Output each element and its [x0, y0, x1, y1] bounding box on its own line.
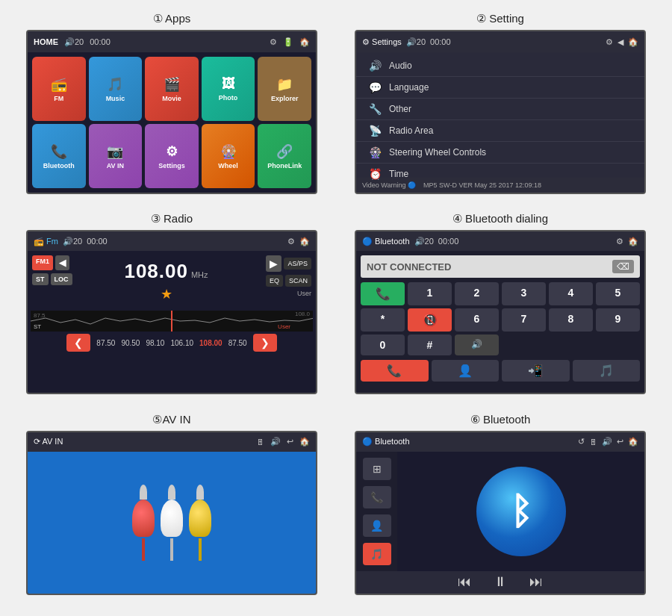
app-music[interactable]: 🎵 Music	[89, 57, 143, 121]
radio-btn-row1: FM1 ◀	[32, 255, 73, 270]
bt-key-2[interactable]: 2	[455, 282, 499, 305]
radio-fm1-btn[interactable]: FM1	[32, 255, 53, 270]
bt-tab-call[interactable]: 📞	[361, 360, 429, 382]
app-fm-label: FM	[54, 95, 63, 102]
app-settings[interactable]: ⚙ Settings	[145, 124, 199, 188]
settings-radio-item[interactable]: 📡 Radio Area	[356, 120, 644, 142]
bt-sidebar-music-btn[interactable]: 🎵	[363, 543, 391, 565]
home2-icon[interactable]: 🏠	[628, 37, 638, 47]
app-wheel-label: Wheel	[218, 162, 238, 169]
app-avin-label: AV IN	[107, 162, 124, 169]
radio-freq-5[interactable]: 108.00	[199, 339, 223, 347]
radio-scan-btn[interactable]: SCAN	[285, 275, 311, 287]
radio-st-tag: ST	[34, 323, 41, 330]
radio-st-btn[interactable]: ST	[32, 273, 49, 285]
app-wheel[interactable]: 🎡 Wheel	[202, 124, 255, 188]
radio-home-icon[interactable]: 🏠	[299, 237, 310, 246]
cell-settings: ② Setting ⚙ Settings 🔊20 00:00 ⚙ ◀ 🏠 🔊 A…	[336, 7, 665, 208]
bt-eq-icon[interactable]: 🎚	[589, 438, 597, 447]
bt-refresh-icon[interactable]: ↺	[578, 437, 585, 447]
bt-tab-contacts[interactable]: 👤	[432, 360, 500, 382]
other-icon: 🔧	[368, 103, 382, 115]
settings-other-item[interactable]: 🔧 Other	[356, 99, 644, 120]
app-movie[interactable]: 🎬 Movie	[145, 57, 199, 121]
app-avin[interactable]: 📷 AV IN	[89, 124, 143, 188]
bt-key-4[interactable]: 4	[549, 282, 593, 305]
radio-freq-bar: ❮ 87.50 90.50 98.10 106.10 108.00 87.50 …	[28, 332, 316, 354]
settings-icon: ⚙	[166, 143, 178, 160]
settings-bar-title: ⚙ Settings	[362, 37, 402, 47]
bt-sidebar-grid-btn[interactable]: ⊞	[363, 458, 391, 480]
bt-sidebar-contacts-btn[interactable]: 👤	[363, 514, 391, 537]
rca-connectors	[132, 485, 211, 561]
screen-bluetooth: 🔵 Bluetooth ↺ 🎚 🔊 ↩ 🏠 ⊞ 📞 👤 🎵	[355, 431, 646, 595]
radio-freq-next-btn[interactable]: ❯	[253, 334, 277, 352]
bt-key-0[interactable]: 0	[361, 335, 405, 355]
apps-home-label: HOME	[34, 37, 58, 46]
cell-title-apps: ① Apps	[153, 12, 191, 25]
bt-sidebar-call-btn[interactable]: 📞	[363, 486, 391, 508]
bt-key-6[interactable]: 6	[455, 308, 499, 332]
apps-time: 00:00	[90, 37, 111, 46]
app-photo-label: Photo	[219, 94, 238, 102]
bt-prev-track-btn[interactable]: ⏮	[458, 574, 471, 590]
bt-home2-icon[interactable]: 🏠	[628, 437, 638, 447]
bt-key-9[interactable]: 9	[596, 308, 640, 332]
radio-topbar: 📻 Fm 🔊20 00:00 ⚙ 🏠	[28, 231, 316, 251]
radio-asps-btn[interactable]: AS/PS	[284, 258, 311, 270]
avin-back-icon[interactable]: ↩	[287, 437, 293, 447]
cell-apps: ① Apps HOME 🔊20 00:00 ⚙ 🔋 🏠 📻 FM 🎵	[7, 7, 336, 208]
avin-bar-right: 🎚 🔊 ↩ 🏠	[256, 437, 310, 447]
settings-language-item[interactable]: 💬 Language	[356, 77, 644, 99]
steering-icon: 🎡	[368, 146, 382, 158]
bt-delete-btn[interactable]: ⌫	[612, 260, 634, 273]
bluetooth-bar-right: ↺ 🎚 🔊 ↩ 🏠	[578, 437, 638, 447]
app-explorer[interactable]: 📁 Explorer	[258, 57, 311, 121]
bt-tab-recent[interactable]: 📲	[502, 360, 570, 382]
radio-time: 00:00	[87, 237, 108, 246]
app-bluetooth[interactable]: 📞 Bluetooth	[32, 124, 86, 188]
home-icon[interactable]: 🏠	[299, 37, 310, 47]
radio-prev-btn[interactable]: ◀	[55, 255, 69, 270]
avin-home-icon[interactable]: 🏠	[299, 437, 310, 447]
bt-pause-btn[interactable]: ⏸	[494, 574, 507, 590]
radio-area-icon: 📡	[368, 125, 382, 137]
bt-call-btn[interactable]: 📞	[361, 282, 405, 305]
bt-key-hash[interactable]: #	[408, 335, 452, 355]
bt-key-5[interactable]: 5	[596, 282, 640, 305]
radio-eq-btn[interactable]: EQ	[266, 275, 283, 287]
settings-audio-item[interactable]: 🔊 Audio	[356, 55, 644, 77]
bt-end-btn[interactable]: 📵	[408, 308, 452, 332]
cell-title-radio: ③ Radio	[151, 212, 193, 225]
avin-eq-icon[interactable]: 🎚	[256, 438, 264, 447]
radio-loc-btn[interactable]: LOC	[51, 273, 72, 285]
back-icon[interactable]: ◀	[617, 37, 623, 47]
language-icon: 💬	[368, 81, 382, 93]
rca-yellow-wire	[199, 538, 202, 561]
radio-star-icon[interactable]: ★	[161, 287, 172, 302]
avin-volume-icon[interactable]: 🔊	[270, 437, 281, 447]
app-movie-label: Movie	[162, 95, 181, 102]
app-phonelink[interactable]: 🔗 PhoneLink	[258, 124, 311, 188]
app-fm[interactable]: 📻 FM	[32, 57, 86, 121]
radio-play-btn[interactable]: ▶	[266, 255, 281, 272]
settings-steering-label: Steering Wheel Controls	[389, 147, 486, 158]
app-photo[interactable]: 🖼 Photo	[202, 57, 255, 121]
bt-home-icon[interactable]: 🏠	[628, 237, 638, 246]
bt-key-1[interactable]: 1	[408, 282, 452, 305]
bt-tab-music[interactable]: 🎵	[573, 360, 641, 382]
settings-steering-item[interactable]: 🎡 Steering Wheel Controls	[356, 142, 644, 164]
bt-key-star[interactable]: *	[361, 308, 405, 332]
bt-next-track-btn[interactable]: ⏭	[529, 574, 543, 590]
bt-back-icon[interactable]: ↩	[617, 437, 623, 447]
radio-freq-4: 106.10	[170, 339, 193, 347]
cell-title-bluetooth: ⑥ Bluetooth	[470, 413, 531, 426]
bt-key-3[interactable]: 3	[502, 282, 546, 305]
radio-freq-prev-btn[interactable]: ❮	[66, 334, 90, 352]
bt-key-7[interactable]: 7	[502, 308, 546, 332]
bt-key-8[interactable]: 8	[549, 308, 593, 332]
radio-eq-row: EQ SCAN	[266, 275, 311, 287]
bt-vol-btn[interactable]: 🔊	[455, 335, 499, 355]
bt-icon: 📞	[51, 143, 67, 160]
cell-avin: ⑤AV IN ⟳ AV IN 🎚 🔊 ↩ 🏠	[7, 408, 336, 609]
